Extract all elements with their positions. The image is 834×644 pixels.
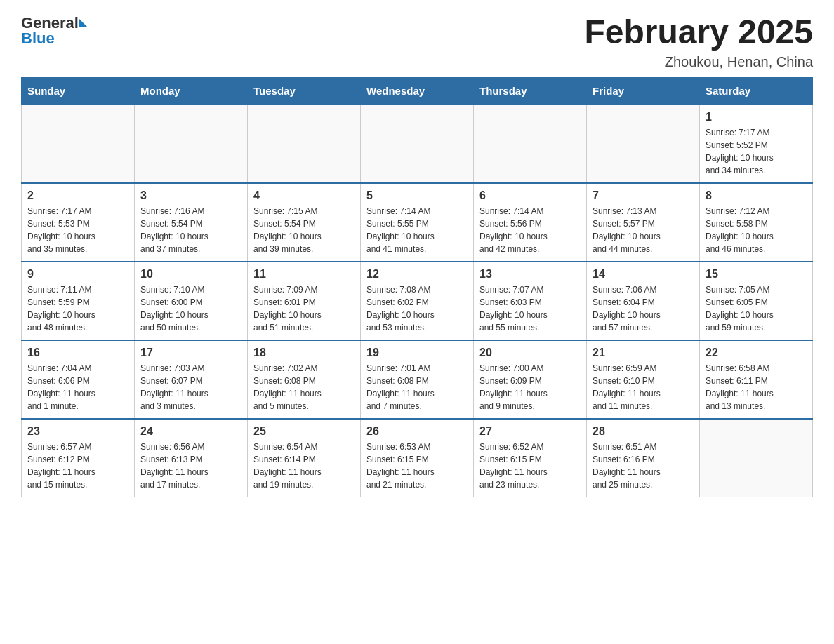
day-info: Sunrise: 6:59 AM Sunset: 6:10 PM Dayligh… [593,362,694,412]
day-info: Sunrise: 7:04 AM Sunset: 6:06 PM Dayligh… [27,362,128,412]
day-info: Sunrise: 7:14 AM Sunset: 5:56 PM Dayligh… [479,205,581,255]
day-info: Sunrise: 7:15 AM Sunset: 5:54 PM Dayligh… [253,205,355,255]
day-number: 20 [479,347,581,359]
day-number: 27 [479,425,581,438]
day-info: Sunrise: 6:57 AM Sunset: 6:12 PM Dayligh… [27,441,128,491]
day-number: 8 [706,189,807,202]
day-number: 6 [479,189,581,202]
calendar-cell [474,105,587,183]
day-number: 26 [366,425,468,438]
day-number: 28 [593,425,694,438]
day-header-saturday: Saturday [700,77,813,105]
calendar-cell: 20Sunrise: 7:00 AM Sunset: 6:09 PM Dayli… [474,340,587,419]
day-header-thursday: Thursday [474,77,587,105]
day-number: 24 [140,425,241,438]
calendar-cell: 7Sunrise: 7:13 AM Sunset: 5:57 PM Daylig… [587,183,700,262]
day-number: 2 [27,189,128,202]
day-info: Sunrise: 7:12 AM Sunset: 5:58 PM Dayligh… [706,205,807,255]
day-header-sunday: Sunday [22,77,135,105]
calendar-cell: 28Sunrise: 6:51 AM Sunset: 6:16 PM Dayli… [587,419,700,497]
day-number: 19 [366,347,468,359]
calendar-cell [248,105,361,183]
day-number: 21 [593,347,694,359]
day-info: Sunrise: 7:00 AM Sunset: 6:09 PM Dayligh… [479,362,581,412]
day-info: Sunrise: 7:01 AM Sunset: 6:08 PM Dayligh… [366,362,468,412]
day-info: Sunrise: 7:09 AM Sunset: 6:01 PM Dayligh… [253,283,355,334]
day-number: 14 [593,268,694,281]
calendar-cell: 16Sunrise: 7:04 AM Sunset: 6:06 PM Dayli… [22,340,135,419]
day-info: Sunrise: 6:51 AM Sunset: 6:16 PM Dayligh… [593,441,694,491]
day-number: 12 [366,268,468,281]
calendar-week-row: 23Sunrise: 6:57 AM Sunset: 6:12 PM Dayli… [22,419,813,497]
day-info: Sunrise: 6:54 AM Sunset: 6:14 PM Dayligh… [253,441,355,491]
calendar-cell [22,105,135,183]
day-info: Sunrise: 7:03 AM Sunset: 6:07 PM Dayligh… [140,362,241,412]
day-info: Sunrise: 7:02 AM Sunset: 6:08 PM Dayligh… [253,362,355,412]
logo: General Blue [21,14,87,48]
title-block: February 2025 Zhoukou, Henan, China [584,14,813,70]
calendar-cell: 26Sunrise: 6:53 AM Sunset: 6:15 PM Dayli… [361,419,474,497]
day-number: 3 [140,189,241,202]
calendar-cell: 22Sunrise: 6:58 AM Sunset: 6:11 PM Dayli… [700,340,813,419]
calendar-cell: 6Sunrise: 7:14 AM Sunset: 5:56 PM Daylig… [474,183,587,262]
day-number: 23 [27,425,128,438]
calendar-cell: 13Sunrise: 7:07 AM Sunset: 6:03 PM Dayli… [474,262,587,340]
day-info: Sunrise: 7:16 AM Sunset: 5:54 PM Dayligh… [140,205,241,255]
calendar-cell: 8Sunrise: 7:12 AM Sunset: 5:58 PM Daylig… [700,183,813,262]
calendar-cell: 21Sunrise: 6:59 AM Sunset: 6:10 PM Dayli… [587,340,700,419]
day-number: 5 [366,189,468,202]
day-info: Sunrise: 6:52 AM Sunset: 6:15 PM Dayligh… [479,441,581,491]
calendar-subtitle: Zhoukou, Henan, China [584,54,813,70]
day-number: 1 [706,111,807,123]
day-number: 25 [253,425,355,438]
calendar-cell [135,105,248,183]
calendar-week-row: 1Sunrise: 7:17 AM Sunset: 5:52 PM Daylig… [22,105,813,183]
day-header-friday: Friday [587,77,700,105]
day-info: Sunrise: 7:10 AM Sunset: 6:00 PM Dayligh… [140,283,241,334]
calendar-cell: 11Sunrise: 7:09 AM Sunset: 6:01 PM Dayli… [248,262,361,340]
calendar-cell [587,105,700,183]
day-number: 17 [140,347,241,359]
day-info: Sunrise: 6:53 AM Sunset: 6:15 PM Dayligh… [366,441,468,491]
calendar-cell: 12Sunrise: 7:08 AM Sunset: 6:02 PM Dayli… [361,262,474,340]
calendar-cell: 15Sunrise: 7:05 AM Sunset: 6:05 PM Dayli… [700,262,813,340]
page-header: General Blue February 2025 Zhoukou, Hena… [21,14,813,70]
day-number: 4 [253,189,355,202]
day-info: Sunrise: 7:17 AM Sunset: 5:53 PM Dayligh… [27,205,128,255]
day-info: Sunrise: 6:58 AM Sunset: 6:11 PM Dayligh… [706,362,807,412]
calendar-cell [700,419,813,497]
calendar-cell: 10Sunrise: 7:10 AM Sunset: 6:00 PM Dayli… [135,262,248,340]
day-info: Sunrise: 7:14 AM Sunset: 5:55 PM Dayligh… [366,205,468,255]
calendar-cell: 5Sunrise: 7:14 AM Sunset: 5:55 PM Daylig… [361,183,474,262]
calendar-cell: 23Sunrise: 6:57 AM Sunset: 6:12 PM Dayli… [22,419,135,497]
day-info: Sunrise: 7:13 AM Sunset: 5:57 PM Dayligh… [593,205,694,255]
day-info: Sunrise: 7:11 AM Sunset: 5:59 PM Dayligh… [27,283,128,334]
calendar-cell: 1Sunrise: 7:17 AM Sunset: 5:52 PM Daylig… [700,105,813,183]
calendar-cell: 4Sunrise: 7:15 AM Sunset: 5:54 PM Daylig… [248,183,361,262]
calendar-cell: 3Sunrise: 7:16 AM Sunset: 5:54 PM Daylig… [135,183,248,262]
calendar-cell: 27Sunrise: 6:52 AM Sunset: 6:15 PM Dayli… [474,419,587,497]
day-header-monday: Monday [135,77,248,105]
logo-arrow-icon [79,19,87,27]
calendar-cell: 25Sunrise: 6:54 AM Sunset: 6:14 PM Dayli… [248,419,361,497]
day-number: 11 [253,268,355,281]
calendar-cell: 14Sunrise: 7:06 AM Sunset: 6:04 PM Dayli… [587,262,700,340]
calendar-title: February 2025 [584,14,813,51]
day-info: Sunrise: 7:08 AM Sunset: 6:02 PM Dayligh… [366,283,468,334]
day-header-tuesday: Tuesday [248,77,361,105]
calendar-cell: 2Sunrise: 7:17 AM Sunset: 5:53 PM Daylig… [22,183,135,262]
day-info: Sunrise: 6:56 AM Sunset: 6:13 PM Dayligh… [140,441,241,491]
calendar-cell: 24Sunrise: 6:56 AM Sunset: 6:13 PM Dayli… [135,419,248,497]
day-info: Sunrise: 7:17 AM Sunset: 5:52 PM Dayligh… [706,126,807,177]
day-number: 15 [706,268,807,281]
day-header-wednesday: Wednesday [361,77,474,105]
calendar-cell: 17Sunrise: 7:03 AM Sunset: 6:07 PM Dayli… [135,340,248,419]
day-info: Sunrise: 7:07 AM Sunset: 6:03 PM Dayligh… [479,283,581,334]
day-number: 16 [27,347,128,359]
calendar-week-row: 2Sunrise: 7:17 AM Sunset: 5:53 PM Daylig… [22,183,813,262]
day-info: Sunrise: 7:05 AM Sunset: 6:05 PM Dayligh… [706,283,807,334]
calendar-cell [361,105,474,183]
logo-blue: Blue [21,29,87,48]
calendar-week-row: 16Sunrise: 7:04 AM Sunset: 6:06 PM Dayli… [22,340,813,419]
day-number: 10 [140,268,241,281]
